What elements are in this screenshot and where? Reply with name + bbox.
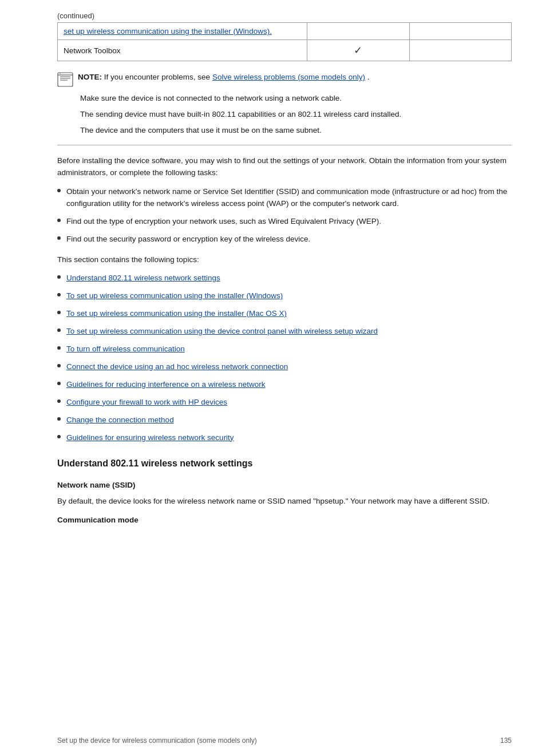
bullet-item-2: Find out the type of encryption your net… xyxy=(66,216,512,228)
topic-link-change-connection[interactable]: Change the connection method xyxy=(66,415,174,424)
continued-label: (continued) xyxy=(57,11,512,20)
bullet-dot xyxy=(57,399,61,403)
table-cell-check-2b xyxy=(409,40,511,61)
list-item: Change the connection method xyxy=(57,414,512,426)
footer-left: Set up the device for wireless communica… xyxy=(57,737,257,745)
section-heading: Understand 802.11 wireless network setti… xyxy=(57,456,512,471)
sub-heading-ssid: Network name (SSID) xyxy=(57,479,512,492)
list-item: To set up wireless communication using t… xyxy=(57,290,512,302)
list-item: Guidelines for reducing interference on … xyxy=(57,379,512,391)
note-para-2: The sending device must have built-in 80… xyxy=(80,109,512,121)
topic-link-5[interactable]: To turn off wireless communication xyxy=(66,345,185,353)
sub-heading-comm-mode: Communication mode xyxy=(57,514,512,527)
bullet-dot xyxy=(57,382,61,385)
bullet-item-1: Obtain your network's network name or Se… xyxy=(66,186,512,210)
bullet-list: Obtain your network's network name or Se… xyxy=(57,186,512,246)
bullet-dot xyxy=(57,435,61,438)
topic-link-2[interactable]: To set up wireless communication using t… xyxy=(66,291,283,300)
list-item: Find out the security password or encryp… xyxy=(57,233,512,246)
ssid-text: By default, the device looks for the wir… xyxy=(57,495,512,508)
wireless-installer-windows-link[interactable]: set up wireless communication using the … xyxy=(64,27,272,35)
table-row: Network Toolbox ✓ xyxy=(58,40,512,61)
topic-link-wrapper: To turn off wireless communication xyxy=(66,343,512,355)
topic-link-wrapper: Guidelines for reducing interference on … xyxy=(66,379,512,391)
list-item: Understand 802.11 wireless network setti… xyxy=(57,272,512,284)
bullet-dot xyxy=(57,311,61,314)
list-item: To set up wireless communication using t… xyxy=(57,308,512,320)
topic-link-7[interactable]: Guidelines for reducing interference on … xyxy=(66,380,265,389)
solve-wireless-problems-link[interactable]: Solve wireless problems (some models onl… xyxy=(212,73,365,81)
bullet-dot xyxy=(57,417,61,421)
bullet-dot xyxy=(57,293,61,296)
note-box: ✎ NOTE: If you encounter problems, see S… xyxy=(57,72,512,87)
intro-paragraph: Before installing the device software, y… xyxy=(57,155,512,179)
topic-intro: This section contains the following topi… xyxy=(57,254,512,266)
list-item: To set up wireless communication using t… xyxy=(57,326,512,338)
list-item: Obtain your network's network name or Se… xyxy=(57,186,512,210)
bullet-dot xyxy=(57,219,61,222)
topic-link-4[interactable]: To set up wireless communication using t… xyxy=(66,327,378,335)
topic-link-3[interactable]: To set up wireless communication using t… xyxy=(66,309,287,318)
topic-link-1[interactable]: Understand 802.11 wireless network setti… xyxy=(66,274,220,282)
checkmark-icon: ✓ xyxy=(354,45,362,56)
topic-link-wrapper: To set up wireless communication using t… xyxy=(66,326,512,338)
note-label: NOTE: xyxy=(78,73,102,81)
list-item: Configure your firewall to work with HP … xyxy=(57,397,512,409)
note-text: If you encounter problems, see xyxy=(104,73,212,81)
list-item: Find out the type of encryption your net… xyxy=(57,216,512,228)
table-row: set up wireless communication using the … xyxy=(58,23,512,40)
topic-link-wrapper: To set up wireless communication using t… xyxy=(66,290,512,302)
topic-link-wrapper: Guidelines for ensuring wireless network… xyxy=(66,432,512,444)
main-content: Before installing the device software, y… xyxy=(57,155,512,527)
bullet-dot xyxy=(57,346,61,350)
footer-page-number: 135 xyxy=(500,737,512,745)
divider xyxy=(57,145,512,145)
svg-text:✎: ✎ xyxy=(59,72,61,75)
bullet-dot xyxy=(57,364,61,367)
topic-link-wrapper: To set up wireless communication using t… xyxy=(66,308,512,320)
note-suffix: . xyxy=(367,73,370,81)
bullet-dot xyxy=(57,236,61,240)
bullet-dot xyxy=(57,328,61,332)
table-cell-check-1b xyxy=(409,23,511,40)
topic-link-8[interactable]: Configure your firewall to work with HP … xyxy=(66,398,227,406)
table-cell-feature-1: set up wireless communication using the … xyxy=(58,23,307,40)
bullet-item-3: Find out the security password or encryp… xyxy=(66,233,512,246)
table-cell-check-1a xyxy=(307,23,409,40)
note-icon: ✎ xyxy=(57,72,73,87)
topic-link-wrapper: Connect the device using an ad hoc wirel… xyxy=(66,361,512,373)
note-paragraphs: Make sure the device is not connected to… xyxy=(80,93,512,137)
table-cell-feature-2: Network Toolbox xyxy=(58,40,307,61)
list-item: Guidelines for ensuring wireless network… xyxy=(57,432,512,444)
list-item: To turn off wireless communication xyxy=(57,343,512,355)
feature-table: set up wireless communication using the … xyxy=(57,22,512,61)
bullet-dot xyxy=(57,189,61,192)
list-item: Connect the device using an ad hoc wirel… xyxy=(57,361,512,373)
topic-link-wrapper: Configure your firewall to work with HP … xyxy=(66,397,512,409)
note-para-1: Make sure the device is not connected to… xyxy=(80,93,512,105)
table-cell-check-2a: ✓ xyxy=(307,40,409,61)
topic-link-wrapper: Change the connection method xyxy=(66,414,512,426)
note-content: NOTE: If you encounter problems, see Sol… xyxy=(78,72,370,83)
note-para-3: The device and the computers that use it… xyxy=(80,125,512,137)
bullet-dot xyxy=(57,275,61,279)
topic-link-6[interactable]: Connect the device using an ad hoc wirel… xyxy=(66,362,288,371)
page-footer: Set up the device for wireless communica… xyxy=(0,737,546,745)
topic-link-10[interactable]: Guidelines for ensuring wireless network… xyxy=(66,433,234,442)
topic-link-wrapper: Understand 802.11 wireless network setti… xyxy=(66,272,512,284)
topics-list: Understand 802.11 wireless network setti… xyxy=(57,272,512,444)
